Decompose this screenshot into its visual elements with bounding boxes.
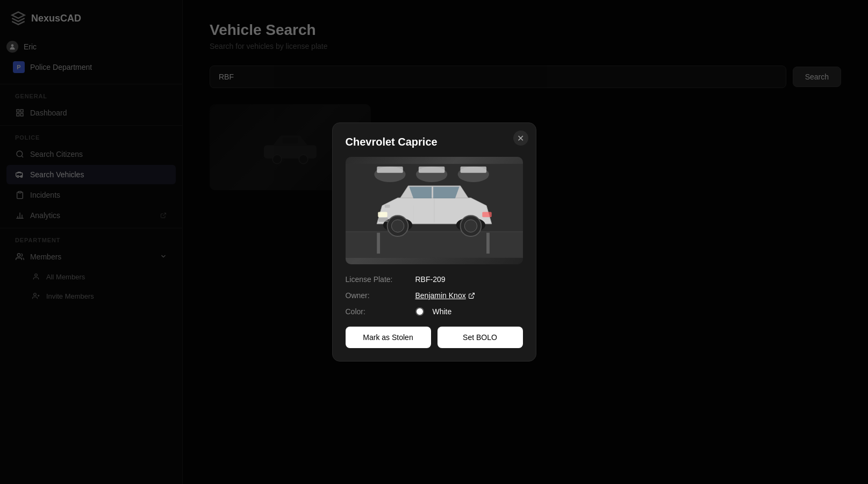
owner-link[interactable]: Benjamin Knox [415,291,475,300]
svg-rect-41 [378,212,387,217]
svg-point-38 [391,220,404,232]
svg-rect-42 [482,212,491,217]
license-plate-value: RBF-209 [415,275,446,284]
svg-point-34 [457,167,489,182]
color-dot [415,307,424,316]
svg-point-33 [416,167,447,182]
set-bolo-button[interactable]: Set BOLO [437,327,523,348]
svg-line-47 [471,293,474,296]
car-detail-svg [346,161,523,261]
color-text: White [433,307,452,316]
modal-close-button[interactable]: ✕ [513,131,528,146]
license-plate-field: License Plate: RBF-209 [346,275,523,284]
mark-stolen-button[interactable]: Mark as Stolen [346,327,431,348]
color-value-container: White [415,307,452,316]
modal-overlay[interactable]: ✕ Chevrolet Caprice [0,0,868,484]
svg-rect-45 [384,204,390,207]
external-link-small-icon [468,292,475,299]
color-label: Color: [346,307,415,316]
modal-title: Chevrolet Caprice [346,136,523,148]
owner-name: Benjamin Knox [415,291,466,300]
modal-actions: Mark as Stolen Set BOLO [346,327,523,348]
modal-car-image [346,157,523,264]
svg-rect-28 [486,233,490,254]
license-plate-label: License Plate: [346,275,415,284]
svg-rect-27 [377,233,380,254]
vehicle-detail-modal: ✕ Chevrolet Caprice [332,122,536,362]
svg-rect-46 [378,218,388,222]
owner-field: Owner: Benjamin Knox [346,291,523,300]
color-field: Color: White [346,307,523,316]
svg-point-40 [464,220,477,232]
svg-rect-25 [346,232,523,258]
owner-label: Owner: [346,291,415,300]
main-content: Vehicle Search Search for vehicles by li… [183,0,868,484]
svg-point-32 [374,167,405,182]
